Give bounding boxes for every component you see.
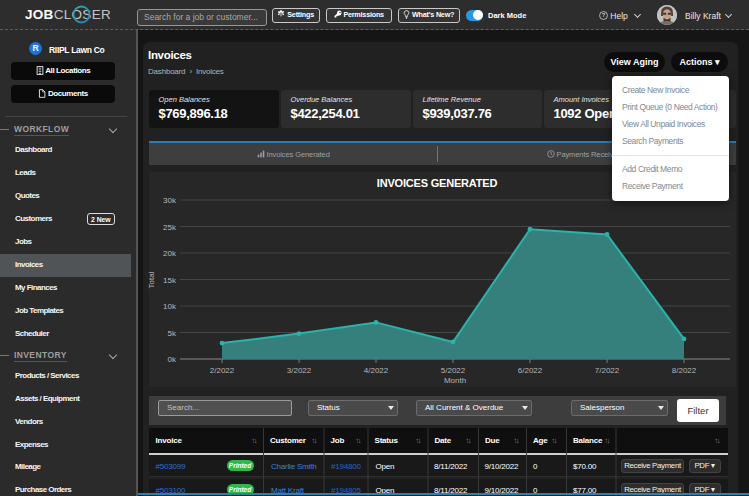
svg-text:Month: Month (444, 376, 466, 385)
svg-text:7/2022: 7/2022 (595, 366, 620, 375)
svg-text:?: ? (602, 12, 606, 18)
svg-text:3/2022: 3/2022 (287, 366, 312, 375)
svg-text:4/2022: 4/2022 (364, 366, 389, 375)
svg-text:0k: 0k (168, 355, 177, 364)
svg-text:20k: 20k (163, 249, 177, 258)
svg-text:8/2022: 8/2022 (672, 366, 697, 375)
svg-text:25k: 25k (163, 223, 177, 232)
svg-text:INVOICES GENERATED: INVOICES GENERATED (377, 177, 498, 189)
svg-text:2/2022: 2/2022 (210, 366, 235, 375)
svg-text:Total: Total (147, 271, 156, 288)
svg-text:6/2022: 6/2022 (518, 366, 543, 375)
svg-text:10k: 10k (163, 302, 177, 311)
svg-text:15k: 15k (163, 276, 177, 285)
svg-text:5k: 5k (168, 329, 177, 338)
svg-text:30k: 30k (163, 196, 177, 205)
svg-text:5/2022: 5/2022 (441, 366, 466, 375)
